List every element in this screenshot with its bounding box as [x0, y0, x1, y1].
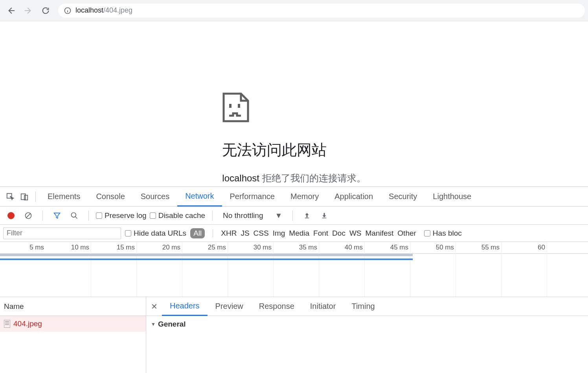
clear-button[interactable] — [21, 209, 35, 223]
disable-cache-checkbox[interactable]: Disable cache — [150, 211, 205, 220]
tab-lighthouse[interactable]: Lighthouse — [425, 187, 479, 206]
url-text: localhost/404.jpeg — [75, 6, 132, 15]
type-filter-css[interactable]: CSS — [254, 229, 269, 238]
has-blocked-label: Has bloc — [433, 229, 462, 238]
address-bar[interactable]: localhost/404.jpeg — [58, 4, 585, 18]
svg-point-10 — [72, 212, 76, 217]
timeline-tick: 35 ms — [274, 242, 319, 297]
disable-cache-label: Disable cache — [158, 211, 205, 220]
type-filter-all[interactable]: All — [190, 228, 205, 238]
checkbox-icon — [424, 230, 430, 236]
forward-button[interactable] — [20, 3, 36, 18]
throttling-select[interactable]: No throttling ▼ — [220, 211, 285, 221]
timeline-tick: 55 ms — [456, 242, 502, 297]
network-detail-split: Name 404.jpeg ✕ Headers Preview Response… — [0, 297, 588, 373]
detail-body: ▼ General — [146, 316, 588, 332]
svg-rect-6 — [21, 194, 26, 199]
network-timeline[interactable]: 5 ms 10 ms 15 ms 20 ms 25 ms 30 ms 35 ms… — [0, 242, 588, 297]
separator — [35, 192, 36, 202]
chevron-down-icon: ▼ — [275, 211, 282, 220]
tab-sources[interactable]: Sources — [133, 187, 177, 206]
request-detail-pane: ✕ Headers Preview Response Initiator Tim… — [146, 297, 588, 373]
tab-elements[interactable]: Elements — [40, 187, 88, 206]
separator — [213, 229, 213, 237]
has-blocked-checkbox[interactable]: Has bloc — [424, 229, 462, 238]
detail-tabs: ✕ Headers Preview Response Initiator Tim… — [146, 297, 588, 316]
timeline-selection[interactable] — [0, 254, 413, 256]
checkbox-icon — [150, 212, 156, 219]
record-icon — [7, 212, 15, 219]
preserve-log-checkbox[interactable]: Preserve log — [96, 211, 147, 220]
clear-icon — [24, 212, 32, 220]
filter-input[interactable] — [3, 227, 121, 239]
reload-button[interactable] — [38, 3, 53, 18]
site-info-icon[interactable] — [64, 7, 72, 15]
search-icon — [70, 212, 78, 220]
search-button[interactable] — [67, 209, 81, 223]
type-filter-manifest[interactable]: Manifest — [366, 229, 394, 238]
preserve-log-label: Preserve log — [105, 211, 147, 220]
tab-console[interactable]: Console — [88, 187, 132, 206]
timeline-tick: 40 ms — [319, 242, 365, 297]
type-filter-js[interactable]: JS — [241, 229, 249, 238]
type-filter-doc[interactable]: Doc — [332, 229, 345, 238]
close-detail-button[interactable]: ✕ — [146, 302, 162, 311]
timeline-tick: 10 ms — [46, 242, 91, 297]
network-toolbar: Preserve log Disable cache No throttling… — [0, 207, 588, 225]
device-toggle-button[interactable] — [17, 190, 31, 204]
separator — [292, 211, 293, 221]
devtools-panel: Elements Console Sources Network Perform… — [0, 186, 588, 373]
detail-tab-preview[interactable]: Preview — [208, 297, 251, 316]
general-section-label: General — [158, 320, 186, 329]
tab-security[interactable]: Security — [381, 187, 425, 206]
tab-performance[interactable]: Performance — [222, 187, 283, 206]
type-filter-img[interactable]: Img — [273, 229, 285, 238]
error-message: localhost 拒绝了我们的连接请求。 — [222, 172, 366, 185]
timeline-request-bar — [0, 259, 413, 260]
separator — [212, 211, 213, 221]
timeline-tick: 30 ms — [228, 242, 274, 297]
timeline-tick: 5 ms — [0, 242, 46, 297]
separator — [42, 211, 43, 221]
general-section-toggle[interactable]: ▼ General — [151, 320, 583, 329]
request-list: Name 404.jpeg — [0, 297, 146, 373]
chevron-down-icon: ▼ — [151, 321, 156, 327]
export-har-button[interactable] — [317, 209, 331, 223]
timeline-tick: 50 ms — [410, 242, 456, 297]
timeline-tick: 60 — [502, 242, 547, 297]
type-filter-font[interactable]: Font — [313, 229, 328, 238]
hide-data-urls-checkbox[interactable]: Hide data URLs — [125, 229, 186, 238]
inspect-element-button[interactable] — [3, 190, 17, 204]
tab-network[interactable]: Network — [177, 187, 222, 207]
reload-icon — [41, 6, 50, 15]
error-title: 无法访问此网站 — [222, 140, 366, 160]
inspect-icon — [6, 192, 15, 201]
filter-toggle-button[interactable] — [50, 209, 64, 223]
record-button[interactable] — [4, 209, 18, 223]
download-icon — [321, 212, 328, 219]
detail-tab-headers[interactable]: Headers — [162, 297, 208, 316]
timeline-tick: 15 ms — [91, 242, 137, 297]
import-har-button[interactable] — [300, 209, 314, 223]
svg-line-11 — [75, 216, 77, 218]
tab-application[interactable]: Application — [327, 187, 381, 206]
detail-tab-response[interactable]: Response — [251, 297, 302, 316]
type-filter-media[interactable]: Media — [289, 229, 309, 238]
type-filter-xhr[interactable]: XHR — [221, 229, 237, 238]
timeline-tick: 25 ms — [182, 242, 228, 297]
detail-tab-initiator[interactable]: Initiator — [302, 297, 344, 316]
arrow-left-icon — [7, 6, 15, 15]
filter-row: Hide data URLs All XHR JS CSS Img Media … — [0, 225, 588, 242]
throttling-value: No throttling — [223, 211, 263, 220]
sad-page-icon — [222, 92, 250, 123]
type-filter-other[interactable]: Other — [397, 229, 416, 238]
detail-tab-timing[interactable]: Timing — [344, 297, 382, 316]
type-filter-ws[interactable]: WS — [349, 229, 362, 238]
request-list-header-name[interactable]: Name — [0, 297, 146, 316]
back-button[interactable] — [3, 3, 19, 18]
request-row[interactable]: 404.jpeg — [0, 316, 146, 332]
funnel-icon — [53, 212, 61, 220]
tab-memory[interactable]: Memory — [283, 187, 327, 206]
upload-icon — [303, 212, 311, 219]
timeline-ruler: 5 ms 10 ms 15 ms 20 ms 25 ms 30 ms 35 ms… — [0, 242, 588, 254]
